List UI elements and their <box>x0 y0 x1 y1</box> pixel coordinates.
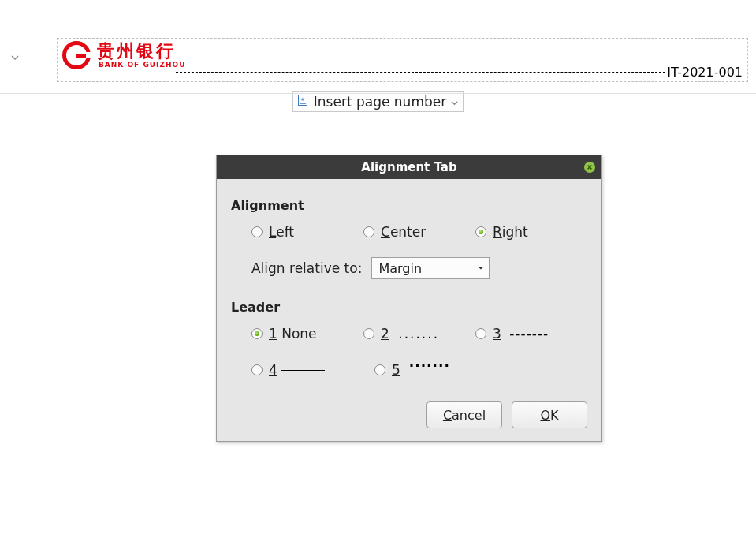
alignment-tab-dialog: Alignment Tab Alignment Left Center Righ… <box>216 155 602 442</box>
leader-section-label: Leader <box>231 300 587 315</box>
leader-1-none-radio[interactable]: 1 None <box>251 326 363 342</box>
page-number-icon: # <box>296 94 309 110</box>
cancel-button[interactable]: Cancel <box>426 401 502 428</box>
alignment-section-label: Alignment <box>231 198 587 213</box>
dialog-titlebar[interactable]: Alignment Tab <box>217 155 601 179</box>
chevron-down-icon <box>475 258 486 278</box>
close-icon[interactable] <box>584 162 595 173</box>
bank-logo: 贵州银行 BANK OF GUIZHOU <box>62 41 185 69</box>
header-boundary <box>0 93 756 94</box>
leader-2-dots-radio[interactable]: 2 ....... <box>363 326 475 342</box>
header-tab-leader <box>176 72 665 73</box>
bank-logo-icon <box>62 41 91 69</box>
alignment-right-radio[interactable]: Right <box>475 224 587 240</box>
align-relative-combo[interactable]: Margin <box>371 257 490 279</box>
dialog-title: Alignment Tab <box>361 160 456 174</box>
chevron-down-icon <box>451 94 458 110</box>
document-header[interactable]: 贵州银行 BANK OF GUIZHOU IT-2021-001 <box>57 38 748 82</box>
bank-logo-cn: 贵州银行 <box>97 43 185 60</box>
document-number: IT-2021-001 <box>667 65 743 80</box>
svg-text:#: # <box>300 96 304 102</box>
bank-logo-en: BANK OF GUIZHOU <box>99 62 185 69</box>
align-relative-value: Margin <box>378 261 422 276</box>
insert-page-number-label: Insert page number <box>314 94 446 110</box>
alignment-options: Left Center Right <box>251 224 587 240</box>
alignment-center-radio[interactable]: Center <box>363 224 475 240</box>
leader-3-dash-radio[interactable]: 3 ------- <box>475 326 587 342</box>
header-style-caret[interactable] <box>11 54 19 62</box>
leader-4-underline-radio[interactable]: 4 <box>251 362 374 378</box>
ok-button[interactable]: OK <box>512 401 587 428</box>
insert-page-number-button[interactable]: # Insert page number <box>292 92 464 112</box>
align-relative-label: Align relative to: <box>251 260 362 276</box>
alignment-left-radio[interactable]: Left <box>251 224 363 240</box>
leader-options: 1 None 2 ....... 3 ------- 4 <box>251 326 587 378</box>
leader-5-middots-radio[interactable]: 5 ······· <box>374 362 497 378</box>
